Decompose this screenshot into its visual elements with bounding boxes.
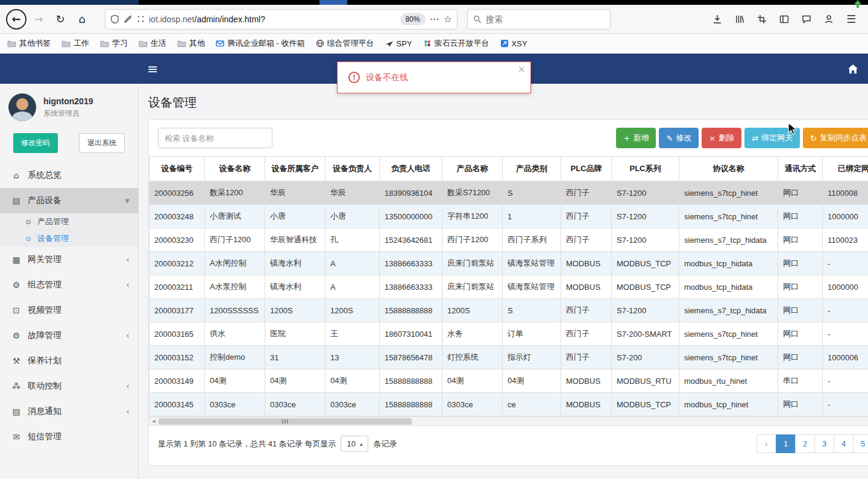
bookmark-item[interactable]: 学习 [100,38,128,49]
table-cell: 字符串1200 [442,205,503,228]
messages-icon[interactable] [799,12,814,27]
column-header[interactable]: 设备编号 [149,157,205,181]
url-bar[interactable]: iot.idosp.net/admin/index.html? 80% ⋯ ☆ [105,9,458,30]
table-row[interactable]: 200003211A水泵控制镇海水利A13886663333庶来门前泵站镇海泵站… [149,275,868,299]
table-cell: 西门子系列 [503,228,561,252]
column-header[interactable]: 产品名称 [442,157,503,181]
reload-button[interactable]: ↻ [51,10,70,29]
column-header[interactable]: 设备所属客户 [265,157,326,181]
horizontal-scrollbar[interactable]: ◂ ▸ [149,416,868,426]
panel-toolbar: +新增✎修改×删除⇄绑定网关↻复制同步点表 [149,120,868,156]
column-header[interactable]: 设备名称 [205,157,265,181]
app-home-icon[interactable] [848,64,858,74]
table-row[interactable]: 2000031771200SSSSSS1200S1200S15888888888… [149,299,868,322]
bookmark-item[interactable]: 工作 [61,38,89,49]
sidebar-item-gateway[interactable]: ▦网关管理‹ [0,247,138,272]
table-row[interactable]: 200003152控制demo311315878656478灯控系统指示灯西门子… [149,346,868,369]
scroll-left-button[interactable]: ◂ [149,417,159,425]
table-cell: modbus_tcp_hidata [679,275,778,299]
table-row[interactable]: 2000031450303ce0303ce0303ce1588888888803… [149,393,868,416]
bookmark-item[interactable]: 其他书签 [7,38,51,49]
library-icon[interactable] [732,12,747,27]
table-row[interactable]: 200003165供水医院王18607310041水务订单西门子S7-200-S… [149,322,868,346]
browser-search-bar[interactable] [467,9,611,30]
screenshot-icon[interactable] [755,12,769,27]
forward-button[interactable]: → [29,10,48,29]
permissions-icon[interactable] [137,15,145,23]
column-header[interactable]: PLC系列 [612,157,679,181]
column-header[interactable]: 协议名称 [679,157,778,181]
table-cell: 13886663333 [380,252,442,275]
page-button-3[interactable]: 3 [814,434,834,453]
column-header[interactable]: PLC品牌 [561,157,612,181]
table-row[interactable]: 200003212A水闸控制镇海水利A13886663333庶来门前泵站镇海泵站… [149,252,868,275]
prev-page-button[interactable]: ‹ [756,434,776,453]
toast-close-icon[interactable]: × [518,63,526,75]
table-cell: MODBUS_RTU [612,369,679,393]
sidebar-item-notification[interactable]: ▤消息通知‹ [0,399,138,424]
copy-sync-table-button[interactable]: ↻复制同步点表 [803,128,868,148]
delete-button[interactable]: ×删除 [702,128,741,148]
bookmark-item[interactable]: 生活 [139,38,166,49]
scrollbar-track[interactable] [159,417,868,425]
mail-favicon-icon [216,39,224,48]
page-button-1[interactable]: 1 [776,434,796,453]
sidebar-item-scada[interactable]: ⚙组态管理‹ [0,272,138,298]
sidebar-item-maintenance[interactable]: ⚒保养计划 [0,348,138,374]
page-button-2[interactable]: 2 [795,434,815,453]
back-button[interactable]: ← [6,9,27,30]
page-actions-icon[interactable]: ⋯ [430,13,439,25]
bookmark-star-icon[interactable]: ☆ [444,13,452,25]
app-menu-icon[interactable]: ☰ [844,12,858,27]
bookmark-item[interactable]: XSY [500,39,527,48]
account-icon[interactable] [822,12,836,27]
page-button-5[interactable]: 5 [853,434,868,453]
table-cell: 200003152 [149,346,205,369]
web-page: ≡ ! 设备不在线 × hignton2019 系统管理员 修改密码 退出系统 … [0,54,868,479]
sidebar-item-fault[interactable]: ⚙故障管理‹ [0,323,138,348]
sidebar-item-linkage[interactable]: ⁂联动控制‹ [0,374,138,399]
zoom-level-badge[interactable]: 80% [400,13,426,25]
sidebar-item-sms[interactable]: ✉短信管理 [0,424,138,449]
page-size-dropdown[interactable]: 10▴ [341,436,368,452]
column-header[interactable]: 已绑定网关 [823,157,868,181]
page-button-4[interactable]: 4 [834,434,854,453]
sidebar-item-overview[interactable]: ⌂系统总览 [0,163,138,188]
table-row[interactable]: 200003230西门子1200华辰智通科技孔15243642681西门子120… [149,228,868,252]
bookmark-item[interactable]: 综合管理平台 [316,38,374,49]
bookmark-item[interactable]: SPY [385,39,412,48]
change-password-button[interactable]: 修改密码 [13,133,58,153]
downloads-icon[interactable] [710,12,725,27]
add-button[interactable]: +新增 [616,128,656,148]
table-row[interactable]: 200003248小唐测试小唐小唐13500000000字符串12001西门子S… [149,205,868,228]
table-row[interactable]: 200003256数采1200华辰华辰18390936104数采S71200S西… [149,181,868,205]
logout-button[interactable]: 退出系统 [79,133,125,153]
bookmark-item[interactable]: 其他 [177,38,205,49]
edit-button[interactable]: ✎修改 [659,128,699,148]
table-row[interactable]: 20000314904测04测04测1588888888804测04测MODBU… [149,369,868,393]
sidebar-subitem-device-manage[interactable]: ⊙设备管理 [0,230,138,247]
sidebar-item-product-device[interactable]: ▤产品设备▾ [0,188,138,213]
caret-up-icon: ▴ [360,441,363,447]
column-header[interactable]: 负责人电话 [380,157,442,181]
sidebar-item-label: 系统总览 [28,170,130,181]
table-cell: 200003256 [149,181,205,205]
bookmark-item[interactable]: 腾讯企业邮箱 - 收件箱 [216,38,305,49]
sync-icon: ↻ [810,134,817,143]
product-device-icon: ▤ [11,196,22,205]
browser-search-input[interactable] [486,14,605,24]
browser-home-button[interactable]: ⌂ [72,10,92,29]
summary-suffix: 条记录 [373,439,397,449]
column-header[interactable]: 通讯方式 [778,157,823,181]
column-header[interactable]: 产品类别 [503,157,561,181]
sidebar-toggle-icon[interactable]: ≡ [147,61,158,77]
bookmark-item[interactable]: 萤石云开放平台 [423,38,489,49]
blocked-content-icon[interactable] [124,14,133,23]
sidebars-icon[interactable] [777,12,791,27]
sidebar-item-video[interactable]: ⊡视频管理 [0,298,138,323]
scrollbar-thumb[interactable] [159,418,412,425]
shield-icon[interactable] [110,14,119,24]
device-search-input[interactable] [158,128,272,148]
sidebar-subitem-product-manage[interactable]: ⊙产品管理 [0,213,138,230]
column-header[interactable]: 设备负责人 [326,157,380,181]
